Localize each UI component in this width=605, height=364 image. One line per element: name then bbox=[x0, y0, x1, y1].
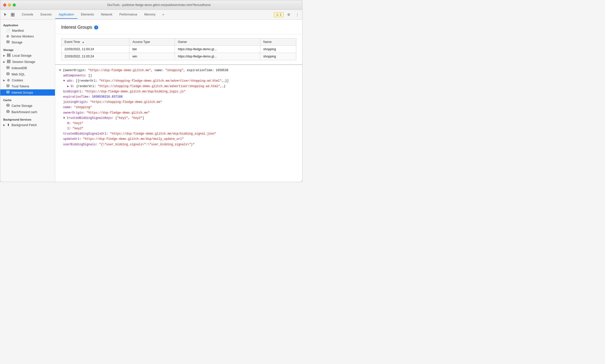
sort-arrow-icon: ▲ bbox=[82, 41, 84, 43]
warning-badge[interactable]: ⚠ 1 bbox=[274, 12, 284, 17]
cookies-icon: ⚙ bbox=[7, 78, 10, 82]
detail-line: ▼ {ownerOrigin: "https://dsp-fledge-demo… bbox=[59, 68, 298, 73]
sidebar-item-back-forward-cache[interactable]: Back/forward cach bbox=[0, 109, 55, 115]
cell-owner: https://dsp-fledge-demo.gl... bbox=[175, 53, 260, 60]
detail-line: ▼ ads: [{renderUrl: "https://shopping-fl… bbox=[59, 78, 298, 84]
local-storage-icon bbox=[7, 53, 10, 58]
table-body: 22/03/2022, 11:03:24 bid https://dsp-fle… bbox=[61, 46, 296, 60]
tab-list: Console Sources Application Elements Net… bbox=[18, 11, 274, 19]
devtools-window: DevTools - publisher-fledge-demo.glitch.… bbox=[0, 0, 302, 182]
sidebar-item-manifest[interactable]: 📄 Manifest bbox=[0, 28, 55, 33]
sidebar-section-storage: Storage ▶ Local Storage ▶ Session Storag… bbox=[0, 46, 55, 96]
sidebar-section-header-application: Application bbox=[0, 22, 55, 28]
sidebar-item-interest-groups[interactable]: Interest Groups bbox=[0, 89, 55, 96]
maximize-button[interactable] bbox=[13, 3, 16, 6]
sidebar-item-label: Cookies bbox=[12, 79, 23, 82]
sidebar-item-local-storage[interactable]: ▶ Local Storage bbox=[0, 52, 55, 59]
sidebar-item-label: Trust Tokens bbox=[11, 85, 29, 88]
table-row[interactable]: 22/03/2022, 11:03:24 win https://dsp-fle… bbox=[61, 53, 296, 60]
expand-arrow-icon: ▶ bbox=[3, 79, 5, 82]
toolbar-icons bbox=[2, 11, 16, 18]
detail-line: 0: "key1" bbox=[59, 121, 298, 126]
info-icon[interactable]: i bbox=[94, 25, 98, 29]
cursor-icon[interactable] bbox=[2, 11, 9, 18]
svg-rect-3 bbox=[13, 15, 14, 16]
sidebar: Application 📄 Manifest ⚙ Service Workers… bbox=[0, 20, 55, 182]
minimize-button[interactable] bbox=[8, 3, 11, 6]
indexeddb-icon bbox=[6, 66, 10, 70]
table-header-row: Event Time ▲ Access Type Owner Name bbox=[61, 38, 296, 46]
svg-rect-0 bbox=[11, 13, 12, 14]
sidebar-item-label: Back/forward cach bbox=[11, 110, 37, 114]
tab-console[interactable]: Console bbox=[18, 11, 37, 19]
sidebar-item-storage-app[interactable]: Storage bbox=[0, 39, 55, 45]
warning-count: 1 bbox=[280, 13, 282, 16]
sidebar-item-cache-storage[interactable]: Cache Storage bbox=[0, 103, 55, 109]
settings-button[interactable]: ⚙ bbox=[285, 11, 292, 18]
cell-event-time: 22/03/2022, 11:03:24 bbox=[61, 46, 129, 53]
sidebar-item-label: Cache Storage bbox=[11, 104, 32, 108]
sidebar-item-background-fetch[interactable]: ▶ ⬆ Background Fetch bbox=[0, 122, 55, 128]
detail-line: updateUrl: "https://dsp-fledge-demo.glit… bbox=[59, 137, 298, 142]
tab-network[interactable]: Network bbox=[97, 11, 116, 19]
detail-line: biddingUrl: "https://dsp-fledge-demo.gli… bbox=[59, 89, 298, 94]
inspect-icon[interactable] bbox=[9, 11, 16, 18]
svg-rect-9 bbox=[7, 61, 10, 62]
sidebar-item-indexeddb[interactable]: IndexedDB bbox=[0, 65, 55, 71]
svg-rect-5 bbox=[7, 54, 10, 54]
detail-line: expirationTime: 1650538216.837188 bbox=[59, 94, 298, 100]
sidebar-item-label: Service Workers bbox=[11, 35, 34, 38]
col-header-access-type[interactable]: Access Type bbox=[129, 38, 175, 46]
cell-access-type: bid bbox=[129, 46, 175, 53]
tab-more[interactable]: » bbox=[159, 11, 168, 19]
content-panel: Interest Groups i Event Time ▲ Access Ty… bbox=[55, 20, 302, 182]
tab-performance[interactable]: Performance bbox=[116, 11, 141, 19]
storage-icon bbox=[6, 40, 10, 44]
session-storage-icon bbox=[7, 60, 10, 64]
sidebar-item-service-workers[interactable]: ⚙ Service Workers bbox=[0, 33, 55, 39]
sidebar-item-label: Storage bbox=[11, 41, 22, 44]
interest-groups-header: Interest Groups i bbox=[55, 20, 302, 34]
sidebar-section-background-services: Background Services ▶ ⬆ Background Fetch bbox=[0, 116, 55, 128]
cell-owner: https://dsp-fledge-demo.gl... bbox=[175, 46, 260, 53]
detail-line: ▼ trustedBiddingSignalsKeys: ["key1", "k… bbox=[59, 116, 298, 121]
close-button[interactable] bbox=[3, 3, 6, 6]
cell-name: shopping bbox=[260, 46, 296, 53]
col-header-event-time[interactable]: Event Time ▲ bbox=[61, 38, 129, 46]
interest-groups-title: Interest Groups bbox=[61, 25, 92, 30]
sidebar-item-label: Background Fetch bbox=[11, 123, 37, 127]
svg-rect-2 bbox=[11, 15, 12, 16]
more-options-button[interactable]: ⋮ bbox=[294, 11, 301, 18]
sidebar-item-label: Local Storage bbox=[12, 54, 31, 57]
table-container: Event Time ▲ Access Type Owner Name 22/0… bbox=[55, 34, 302, 64]
svg-rect-10 bbox=[7, 62, 10, 63]
detail-panel: ▼ {ownerOrigin: "https://dsp-fledge-demo… bbox=[55, 64, 302, 182]
sidebar-item-cookies[interactable]: ▶ ⚙ Cookies bbox=[0, 77, 55, 83]
cache-storage-icon bbox=[6, 104, 10, 108]
tab-sources[interactable]: Sources bbox=[37, 11, 55, 19]
svg-rect-1 bbox=[13, 13, 14, 14]
cell-event-time: 22/03/2022, 11:03:24 bbox=[61, 53, 129, 60]
traffic-lights bbox=[3, 3, 16, 6]
svg-rect-6 bbox=[7, 55, 10, 56]
svg-point-14 bbox=[7, 91, 9, 92]
toolbar-right: ⚠ 1 ⚙ ⋮ bbox=[274, 11, 301, 18]
toolbar: Console Sources Application Elements Net… bbox=[0, 10, 302, 20]
tab-elements[interactable]: Elements bbox=[77, 11, 97, 19]
table-row[interactable]: 22/03/2022, 11:03:24 bid https://dsp-fle… bbox=[61, 46, 296, 53]
expand-arrow-icon: ▶ bbox=[3, 60, 5, 63]
window-title: DevTools - publisher-fledge-demo.glitch.… bbox=[19, 3, 299, 7]
col-header-name[interactable]: Name bbox=[260, 38, 296, 46]
background-fetch-icon: ⬆ bbox=[7, 123, 10, 127]
col-header-owner[interactable]: Owner bbox=[175, 38, 260, 46]
cell-name: shopping bbox=[260, 53, 296, 60]
sidebar-item-trust-tokens[interactable]: Trust Tokens bbox=[0, 83, 55, 89]
sidebar-item-label: Session Storage bbox=[12, 60, 35, 64]
sidebar-item-session-storage[interactable]: ▶ Session Storage bbox=[0, 59, 55, 65]
cell-access-type: win bbox=[129, 53, 175, 60]
sidebar-item-web-sql[interactable]: Web SQL bbox=[0, 71, 55, 77]
tab-application[interactable]: Application bbox=[55, 11, 77, 19]
sidebar-section-header-storage: Storage bbox=[0, 46, 55, 52]
detail-line: adComponents: [] bbox=[59, 73, 298, 78]
tab-memory[interactable]: Memory bbox=[141, 11, 159, 19]
